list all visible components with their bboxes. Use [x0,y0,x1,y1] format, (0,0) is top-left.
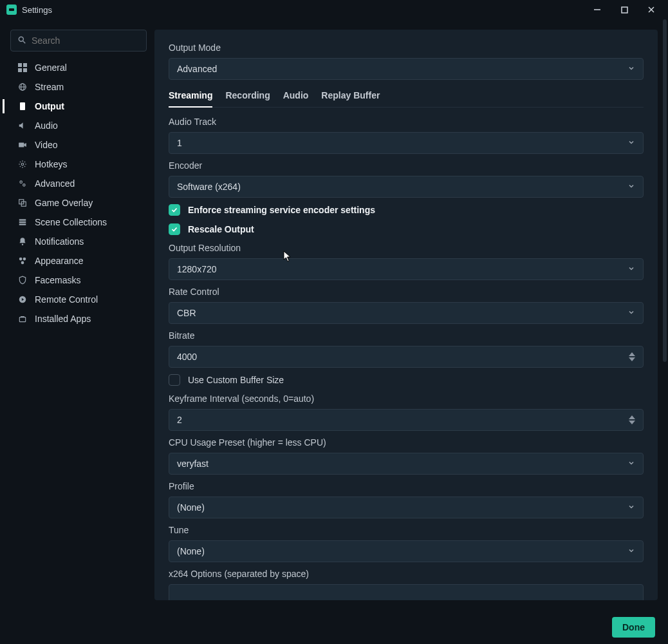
svg-point-25 [19,258,23,261]
svg-line-6 [23,41,26,43]
sidebar-item-label: Game Overlay [35,198,93,208]
sidebar-item-label: Installed Apps [35,314,91,324]
tune-select[interactable]: (None) [169,540,644,562]
sidebar-item-appearance[interactable]: Appearance [3,251,147,270]
sidebar-item-stream[interactable]: Stream [3,77,147,97]
app-icon [6,5,17,15]
spinner-icon[interactable] [629,349,639,365]
bitrate-input[interactable]: 4000 [169,346,644,368]
output-mode-select[interactable]: Advanced [169,58,644,80]
sidebar-item-audio[interactable]: Audio [3,116,147,135]
sidebar-item-label: Remote Control [35,294,98,305]
close-button[interactable] [642,2,660,17]
tab-replay-buffer[interactable]: Replay Buffer [321,86,380,107]
window-title: Settings [22,5,588,15]
sidebar-item-remote-control[interactable]: Remote Control [3,290,147,309]
sidebar-nav: General Stream Output Audio Video Hotkey… [3,58,147,328]
tune-value: (None) [177,546,205,556]
titlebar: Settings [0,0,668,19]
encoder-select[interactable]: Software (x264) [169,176,644,198]
sidebar-item-label: Stream [35,82,64,92]
globe-icon [17,82,28,91]
sidebar-item-hotkeys[interactable]: Hotkeys [3,155,147,174]
rescale-output-row[interactable]: Rescale Output [169,223,644,235]
svg-rect-10 [23,68,27,72]
bitrate-label: Bitrate [169,330,644,341]
audio-track-select[interactable]: 1 [169,132,644,154]
done-button[interactable]: Done [612,617,655,638]
tab-audio[interactable]: Audio [283,86,309,107]
enforce-encoder-row[interactable]: Enforce streaming service encoder settin… [169,204,644,216]
enforce-encoder-label: Enforce streaming service encoder settin… [188,205,375,215]
search-input[interactable] [32,35,140,46]
maximize-button[interactable] [615,2,633,17]
chevron-down-icon [627,182,635,192]
svg-marker-34 [629,421,635,424]
tab-streaming[interactable]: Streaming [169,86,212,107]
x264-options-input[interactable] [169,584,644,600]
search-input-container[interactable] [10,30,147,52]
cpu-preset-select[interactable]: veryfast [169,453,644,475]
rate-control-value: CBR [177,308,196,318]
volume-icon [17,121,28,130]
svg-rect-14 [20,102,25,110]
bell-icon [17,237,28,246]
svg-rect-22 [19,222,26,223]
minimize-button[interactable] [588,2,606,17]
svg-rect-7 [18,63,22,67]
sidebar-item-installed-apps[interactable]: Installed Apps [3,309,147,328]
audio-track-value: 1 [177,138,182,148]
rescale-output-checkbox[interactable] [169,223,180,235]
sidebar-item-advanced[interactable]: Advanced [3,174,147,193]
sidebar-item-label: Output [35,101,64,111]
keyframe-label: Keyframe Interval (seconds, 0=auto) [169,393,644,404]
keyframe-input[interactable]: 2 [169,409,644,431]
svg-rect-30 [19,317,25,322]
sidebar-item-video[interactable]: Video [3,135,147,155]
rate-control-label: Rate Control [169,287,644,297]
cpu-preset-value: veryfast [177,459,209,469]
chevron-down-icon [627,64,635,74]
footer: Done [0,611,668,644]
profile-value: (None) [177,502,205,513]
svg-rect-2 [622,7,627,13]
sidebar-item-output[interactable]: Output [3,97,147,116]
sidebar-item-game-overlay[interactable]: Game Overlay [3,193,147,213]
svg-marker-32 [629,357,635,361]
spinner-icon[interactable] [629,412,639,428]
svg-point-5 [19,37,23,41]
settings-panel: Output Mode Advanced Streaming Recording… [154,30,658,600]
sidebar-item-label: Hotkeys [35,159,68,169]
scrollbar[interactable] [663,19,667,611]
resolution-select[interactable]: 1280x720 [169,258,644,280]
resolution-value: 1280x720 [177,264,217,274]
svg-rect-21 [19,219,26,220]
svg-rect-9 [18,68,22,72]
encoder-value: Software (x264) [177,182,241,192]
x264-options-label: x264 Options (separated by space) [169,569,644,579]
tab-recording[interactable]: Recording [225,86,270,107]
custom-buffer-row[interactable]: Use Custom Buffer Size [169,374,644,386]
sidebar-item-general[interactable]: General [3,58,147,77]
grid-icon [17,63,28,72]
sidebar-item-scene-collections[interactable]: Scene Collections [3,213,147,232]
chevron-down-icon [627,264,635,274]
chevron-down-icon [627,546,635,556]
video-icon [17,140,28,149]
output-tabs: Streaming Recording Audio Replay Buffer [169,86,644,108]
svg-point-27 [21,261,24,265]
custom-buffer-label: Use Custom Buffer Size [188,375,284,385]
svg-rect-15 [19,143,24,147]
custom-buffer-checkbox[interactable] [169,374,180,386]
sidebar-item-notifications[interactable]: Notifications [3,232,147,251]
enforce-encoder-checkbox[interactable] [169,204,180,216]
sidebar-item-facemasks[interactable]: Facemasks [3,270,147,290]
rate-control-select[interactable]: CBR [169,302,644,324]
profile-select[interactable]: (None) [169,497,644,518]
bitrate-value: 4000 [177,352,197,362]
sidebar-item-label: Appearance [35,256,84,266]
search-icon [17,35,26,46]
sidebar-item-label: Video [35,140,58,150]
svg-marker-31 [629,352,635,356]
sidebar-item-label: Notifications [35,236,84,247]
